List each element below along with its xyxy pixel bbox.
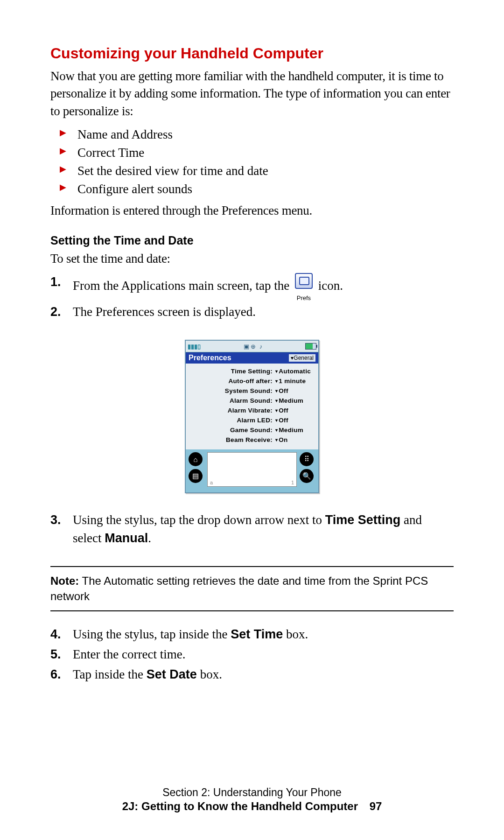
setting-dropdown[interactable]: ▾Medium [274, 397, 315, 404]
footer-chapter: 2J: Getting to Know the Handheld Compute… [122, 800, 358, 812]
setting-row: Alarm LED:▾Off [188, 415, 316, 425]
setting-row: System Sound:▾Off [188, 386, 316, 396]
subheading: Setting the Time and Date [50, 234, 454, 247]
step-number: 4. [50, 625, 61, 644]
step-item: 3. Using the stylus, tap the drop down a… [50, 511, 454, 547]
device-settings-list: Time Setting:▾Automatic Auto-off after:▾… [186, 364, 318, 449]
step-text-bold: Set Time [231, 627, 283, 641]
step-text: Enter the correct time. [73, 647, 185, 661]
device-bottom-bar: ⌂ ▤ a 1 ⠿ 🔍 [186, 449, 318, 492]
device-status-bar: ▮▮▮▯ ▣ ⊕ ♪ [186, 341, 318, 352]
step-number: 3. [50, 511, 61, 529]
step-number: 1. [50, 273, 61, 291]
step-item: 4. Using the stylus, tap inside the Set … [50, 625, 454, 644]
note-text: The Automatic setting retrieves the date… [50, 574, 428, 602]
device-title-bar: Preferences ▾General [186, 352, 318, 364]
prefs-icon: Prefs [294, 273, 314, 301]
setting-dropdown[interactable]: ▾Medium [274, 427, 315, 434]
step-item: 2. The Preferences screen is displayed. [50, 303, 454, 321]
personalize-list: Name and Address Correct Time Set the de… [50, 126, 454, 199]
intro-paragraph: Now that you are getting more familiar w… [50, 68, 454, 120]
find-icon[interactable]: 🔍 [300, 469, 314, 483]
note-block: Note: The Automatic setting retrieves th… [50, 574, 454, 604]
setting-row: Auto-off after:▾1 minute [188, 376, 316, 386]
page-footer: Section 2: Understanding Your Phone 2J: … [0, 786, 504, 813]
list-item: Name and Address [64, 126, 454, 144]
device-screenshot: ▮▮▮▯ ▣ ⊕ ♪ Preferences ▾General Time Set… [185, 340, 319, 493]
sub-intro: To set the time and date: [50, 250, 454, 267]
step-number: 6. [50, 665, 61, 684]
step-text: Using the stylus, tap inside the [73, 627, 231, 641]
step-item: 1. From the Applications main screen, ta… [50, 273, 454, 301]
step-text: From the Applications main screen, tap t… [73, 279, 293, 293]
setting-dropdown[interactable]: ▾Off [274, 407, 315, 414]
page-heading: Customizing your Handheld Computer [50, 45, 454, 62]
setting-dropdown[interactable]: ▾Automatic [274, 368, 315, 375]
setting-row: Beam Receive:▾On [188, 435, 316, 445]
step-item: 6. Tap inside the Set Date box. [50, 665, 454, 684]
status-icons: ▣ ⊕ ♪ [244, 343, 262, 350]
category-dropdown[interactable]: ▾General [289, 354, 315, 362]
graffiti-area[interactable]: a 1 [207, 452, 297, 487]
step-text: Using the stylus, tap the drop down arro… [73, 513, 325, 527]
divider [50, 566, 454, 567]
setting-row: Time Setting:▾Automatic [188, 366, 316, 376]
list-item: Correct Time [64, 144, 454, 162]
menu-icon[interactable]: ▤ [189, 469, 203, 483]
setting-dropdown[interactable]: ▾1 minute [274, 378, 315, 385]
step-text: The Preferences screen is displayed. [73, 305, 256, 319]
step-number: 5. [50, 645, 61, 664]
signal-icon: ▮▮▮▯ [188, 343, 201, 350]
setting-row: Alarm Vibrate:▾Off [188, 406, 316, 415]
after-list-text: Information is entered through the Prefe… [50, 202, 454, 219]
step-text-bold: Manual [105, 531, 148, 545]
apps-icon[interactable]: ⠿ [300, 452, 314, 466]
device-title: Preferences [189, 354, 231, 362]
step-number: 2. [50, 303, 61, 321]
note-label: Note: [50, 574, 79, 587]
home-icon[interactable]: ⌂ [189, 452, 203, 466]
step-text-bold: Set Date [147, 667, 197, 681]
list-item: Set the desired view for time and date [64, 162, 454, 180]
footer-section: Section 2: Understanding Your Phone [0, 786, 504, 799]
step-item: 5. Enter the correct time. [50, 645, 454, 664]
step-text: Tap inside the [73, 667, 147, 681]
list-item: Configure alert sounds [64, 180, 454, 198]
setting-row: Game Sound:▾Medium [188, 425, 316, 435]
step-text-bold: Time Setting [325, 513, 401, 527]
setting-dropdown[interactable]: ▾Off [274, 417, 315, 424]
setting-row: Alarm Sound:▾Medium [188, 396, 316, 406]
page-number: 97 [370, 800, 382, 812]
setting-dropdown[interactable]: ▾On [274, 436, 315, 443]
battery-icon [305, 343, 316, 350]
step-text: icon. [318, 279, 343, 293]
divider [50, 610, 454, 611]
setting-dropdown[interactable]: ▾Off [274, 387, 315, 394]
